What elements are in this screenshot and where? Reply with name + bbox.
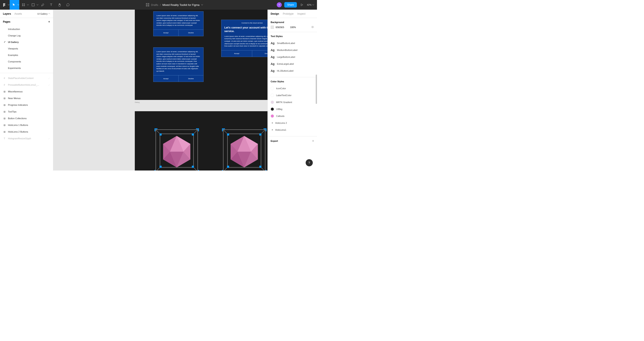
svg-rect-38 [266,128,266,131]
pen-tool[interactable] [38,0,47,10]
decline-button[interactable]: Decline [252,50,268,57]
chevron-down-icon[interactable] [27,0,29,10]
page-picker[interactable]: UI Gallery [37,12,50,15]
tab-layers[interactable]: Layers [3,12,11,15]
dialog-small-short[interactable]: Lorem ipsum dolor sit amet, consectetuer… [153,11,204,36]
layer-item[interactable]: ⊟ToolTips [0,108,53,115]
present-button[interactable] [299,0,304,10]
color-style-item[interactable]: LabelTextColor [271,92,314,99]
svg-rect-36 [222,128,223,131]
page-item[interactable]: Experiments [0,65,53,71]
text-style-item[interactable]: AgExtraLargeLabel [271,60,314,67]
layer-item[interactable]: ⊟Near Menus [0,95,53,102]
frame-dialogs[interactable]: Lorem ipsum dolor sit amet, consectetuer… [135,10,268,100]
svg-rect-46 [259,166,262,168]
svg-rect-15 [154,128,155,131]
figma-menu[interactable] [0,0,8,10]
text-tool[interactable] [47,0,55,10]
accept-button[interactable]: Accept [154,30,178,36]
svg-rect-21 [198,170,199,170]
frame-holograms[interactable]: › ✕ [135,111,268,170]
app-icon [146,3,149,6]
layer-item[interactable]: ⊟HoloLens 1 Buttons [0,122,53,128]
page-item[interactable]: Viewports [0,45,53,52]
text-style-item[interactable]: AgMediumButtonLabel [271,46,314,53]
breadcrumb-file[interactable]: Mixed Reality Toolkit for Figma [162,3,200,6]
add-export-button[interactable]: + [312,139,314,143]
canvas[interactable]: Lorem ipsum dolor sit amet, consectetuer… [53,10,268,170]
chevron-down-icon[interactable] [36,0,38,10]
text-icon: T [3,137,6,140]
breadcrumb-folder[interactable]: Drafts [151,3,158,6]
page-item[interactable]: Examples [0,52,53,58]
shape-tool[interactable] [29,0,37,10]
move-tool[interactable] [10,0,18,10]
dialog-large[interactable]: Connect to the cloud service Let's conne… [221,20,268,57]
group-icon: ⊟ [3,130,6,133]
svg-rect-43 [227,133,229,135]
color-group[interactable]: ▶HoloLens1 [271,126,314,133]
layer-item[interactable]: ⊟Button Collections [0,115,53,122]
svg-rect-3 [146,5,147,6]
eye-icon[interactable] [311,26,314,28]
share-button[interactable]: Share [284,2,297,7]
avatar[interactable]: Y [277,2,282,7]
page-item[interactable]: Introduction [0,26,53,32]
help-button[interactable]: ? [306,159,313,166]
page-item[interactable]: Change Log [0,32,53,39]
zoom-control[interactable]: 42% [307,3,314,6]
comment-tool[interactable] [64,0,72,10]
background-hex[interactable]: E5E5E5 [276,26,284,28]
tab-prototype[interactable]: Prototype [283,12,294,15]
layer-item[interactable]: ⊟Miscellaneous [0,88,53,95]
decline-button[interactable]: Decline [178,30,204,36]
layer-item[interactable]: THologramResizeGlyph⟋ [0,135,53,142]
right-panel: Design Prototype Inspect Background E5E5… [268,10,317,170]
layer-item[interactable]: #SlatePlaceholderContent⟋ [0,75,53,81]
chevron-down-icon[interactable] [8,0,10,10]
frame-label[interactable]: Dialog [135,101,140,103]
chevron-down-icon[interactable] [17,0,19,10]
bounding-box-2[interactable] [221,128,267,170]
svg-rect-45 [227,166,229,168]
group-icon: ⊟ [3,90,6,93]
tab-design[interactable]: Design [271,12,279,15]
svg-rect-1 [146,3,147,4]
group-icon: ⊟ [3,124,6,126]
page-item[interactable]: Components [0,58,53,65]
group-icon: ⊟ [3,117,6,120]
accept-button[interactable]: Accept [154,75,178,82]
decline-button[interactable]: Decline [178,75,204,82]
color-style-item[interactable]: IconColor [271,85,314,92]
dialog-small-long[interactable]: Lorem ipsum dolor sit amet, consectetuer… [153,47,204,82]
scrollbar[interactable] [316,74,317,104]
ag-icon: Ag [271,55,275,59]
chevron-down-icon[interactable] [201,4,203,5]
background-swatch[interactable] [271,25,274,29]
page-item[interactable]: UI Gallery [0,39,53,45]
layer-item[interactable]: ⊟Progress Indicators [0,102,53,108]
svg-rect-22 [160,133,162,135]
color-group[interactable]: ▶HoloLens 2 [271,119,314,126]
tab-inspect[interactable]: Inspect [297,12,306,15]
group-icon: ⊟ [3,110,6,113]
bounding-box-1[interactable] [154,128,200,170]
frame-tool[interactable] [19,0,28,10]
accept-button[interactable]: Accept [222,50,252,57]
chevron-down-icon [312,4,314,5]
text-style-item[interactable]: AgSmallButtonLabel [271,39,314,46]
color-style-item[interactable]: UIBkg [271,106,314,112]
text-style-item[interactable]: AgLargeButtonLabel [271,53,314,60]
layer-item[interactable]: ⊟HoloLens 2 Buttons [0,128,53,135]
add-page-button[interactable]: + [48,20,50,24]
document-title[interactable]: Drafts / Mixed Reality Toolkit for Figma [72,3,277,6]
color-style-item[interactable]: MRTK Gradient [271,99,314,106]
hand-tool[interactable] [55,0,64,10]
svg-rect-0 [32,3,34,6]
background-header: Background [271,21,314,23]
text-style-item[interactable]: AgHL1ButtonLabel [271,67,314,74]
layer-item[interactable]: #PressableButtonHoloLens2_...⟋ [0,81,53,88]
color-style-item[interactable]: Callouts [271,112,314,119]
tab-assets[interactable]: Assets [14,12,22,15]
background-opacity[interactable]: 100% [290,26,296,28]
